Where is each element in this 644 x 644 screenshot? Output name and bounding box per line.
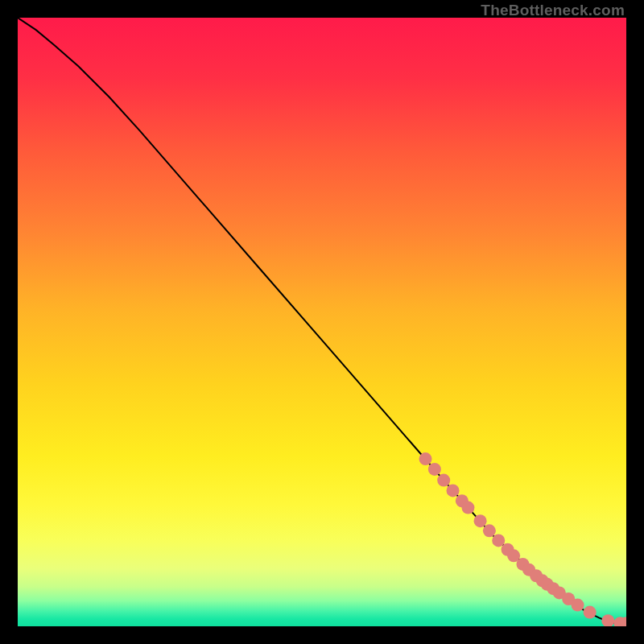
chart-frame: [18, 18, 626, 626]
data-point: [461, 502, 474, 514]
data-point: [483, 524, 496, 537]
data-point: [437, 474, 450, 487]
attribution-text: TheBottleneck.com: [481, 2, 625, 19]
gradient-background: [18, 18, 626, 626]
data-point: [584, 606, 597, 619]
chart-plot: [18, 18, 626, 626]
data-point: [492, 534, 505, 547]
data-point: [447, 484, 460, 497]
data-point: [474, 514, 487, 527]
data-point: [428, 463, 441, 476]
data-point: [419, 452, 432, 465]
data-point: [572, 599, 584, 612]
